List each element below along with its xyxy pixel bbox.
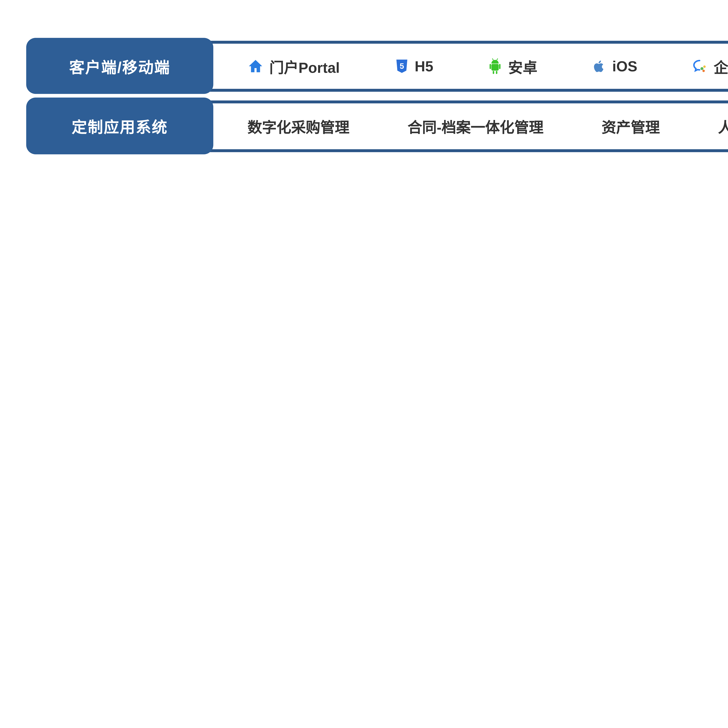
android-icon [488, 58, 502, 75]
client-item-label: H5 [414, 58, 433, 75]
custom-apps-tab: 定制应用系统 [26, 98, 213, 154]
apple-icon [592, 58, 606, 74]
clients-tab: 客户端/移动端 [26, 38, 213, 94]
custom-app-item: 数字化采购管理 [248, 116, 349, 137]
client-item-ios: iOS [592, 58, 637, 75]
custom-app-item: 人力资源管理 [718, 116, 728, 137]
client-item-label: 安卓 [508, 56, 537, 77]
home-icon [248, 58, 263, 74]
custom-apps-items: 数字化采购管理 合同-档案一体化管理 资产管理 人力资源管理 业务协同 项目管理… [248, 103, 728, 149]
client-item-h5: 5 H5 [394, 58, 433, 75]
client-item-label: 企业微信 [714, 56, 728, 77]
custom-app-item: 资产管理 [602, 116, 660, 137]
client-item-label: iOS [612, 58, 637, 75]
wecom-icon [692, 58, 708, 74]
client-item-android: 安卓 [488, 56, 537, 77]
client-item-label: 门户Portal [269, 56, 340, 77]
architecture-diagram: 门户Portal 5 H5 安卓 iOS 企业微信 钉钉 [0, 0, 728, 159]
html5-icon: 5 [394, 58, 409, 74]
clients-items: 门户Portal 5 H5 安卓 iOS 企业微信 钉钉 [248, 44, 728, 89]
client-item-portal: 门户Portal [248, 56, 340, 77]
custom-app-item: 合同-档案一体化管理 [408, 116, 543, 137]
svg-text:5: 5 [399, 61, 404, 70]
client-item-wecom: 企业微信 [692, 56, 728, 77]
scale-wrapper: 门户Portal 5 H5 安卓 iOS 企业微信 钉钉 [0, 0, 728, 159]
